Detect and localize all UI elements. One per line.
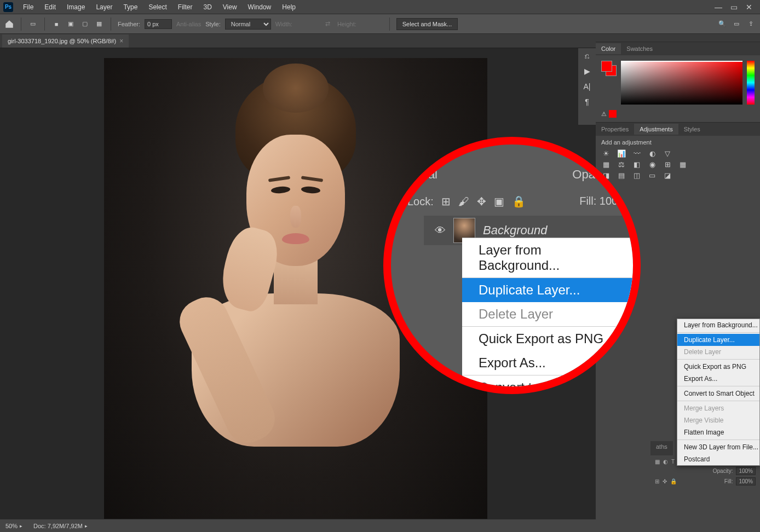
- layer-context-menu-small: Layer from Background... Duplicate Layer…: [677, 319, 760, 466]
- style-label: Style:: [205, 21, 221, 27]
- menu-edit[interactable]: Edit: [39, 1, 61, 13]
- search-icon[interactable]: 🔍: [717, 19, 727, 29]
- paragraph-panel-icon[interactable]: ¶: [578, 94, 596, 109]
- fill-field[interactable]: 100%: [736, 477, 756, 485]
- screen-mode-icon[interactable]: ▭: [732, 19, 741, 29]
- mag-lock-label: Lock:: [407, 195, 434, 208]
- menu-file[interactable]: File: [18, 1, 39, 13]
- lock-icon[interactable]: ✜: [663, 478, 667, 484]
- tab-color[interactable]: Color: [596, 43, 621, 54]
- character-panel-icon[interactable]: A|: [578, 79, 596, 94]
- menu-view[interactable]: View: [217, 1, 243, 13]
- selection-subtract-icon[interactable]: ▢: [80, 19, 90, 29]
- vibrance-icon[interactable]: ▽: [663, 149, 672, 158]
- ctx-export-as[interactable]: Export As...: [677, 373, 759, 385]
- selective-color-icon[interactable]: ◪: [663, 171, 672, 180]
- tab-adjustments[interactable]: Adjustments: [634, 124, 678, 135]
- antialias-checkbox: Anti-alias: [176, 21, 201, 27]
- doc-size[interactable]: Doc: 7,92M/7,92M▸: [33, 523, 88, 529]
- layer-filter-icon[interactable]: ◐: [663, 459, 668, 465]
- layer-filter-icon[interactable]: ▦: [655, 459, 660, 465]
- ctx-postcard[interactable]: Postcard: [677, 453, 759, 465]
- height-label: Height:: [337, 21, 356, 27]
- fill-label: Fill:: [724, 478, 733, 484]
- menu-help[interactable]: Help: [277, 1, 301, 13]
- tutorial-highlight-circle: ormal Opacity: Lock: ⊞ 🖌 ✥ ▣ 🔒 Fill: 100…: [383, 137, 641, 394]
- marquee-tool-icon[interactable]: ▭: [28, 19, 38, 29]
- actions-panel-icon[interactable]: ▶: [578, 63, 596, 79]
- mag-fill-label: Fill:: [579, 195, 596, 207]
- feather-input[interactable]: [145, 19, 172, 29]
- lock-move-icon[interactable]: ✥: [477, 195, 486, 208]
- menu-layer[interactable]: Layer: [90, 1, 118, 13]
- ctx-layer-from-background[interactable]: Layer from Background...: [677, 319, 759, 331]
- mag-ctx-duplicate-layer[interactable]: Duplicate Layer...: [462, 278, 633, 302]
- menu-filter[interactable]: Filter: [172, 1, 198, 13]
- selection-intersect-icon[interactable]: ▦: [94, 19, 104, 29]
- ctx-new-3d-layer[interactable]: New 3D Layer from File...: [677, 441, 759, 453]
- home-icon[interactable]: [4, 19, 14, 29]
- menu-type[interactable]: Type: [118, 1, 143, 13]
- menu-select[interactable]: Select: [143, 1, 172, 13]
- portrait-image: [170, 74, 422, 490]
- window-minimize[interactable]: —: [712, 2, 725, 12]
- visibility-eye-icon[interactable]: 👁: [435, 224, 446, 237]
- balance-icon[interactable]: ⚖: [617, 160, 626, 169]
- opacity-field[interactable]: 100%: [736, 467, 756, 475]
- hue-icon[interactable]: ▦: [601, 160, 611, 169]
- lock-pixels-icon[interactable]: ⊞: [441, 195, 451, 208]
- ctx-convert-smart-object[interactable]: Convert to Smart Object: [677, 388, 759, 400]
- fg-bg-swatch[interactable]: [601, 61, 617, 76]
- posterize-icon[interactable]: ▤: [617, 171, 626, 180]
- threshold-icon[interactable]: ◫: [632, 171, 642, 180]
- lock-icon[interactable]: 🔒: [670, 478, 677, 484]
- brightness-icon[interactable]: ☀: [601, 149, 611, 158]
- curves-icon[interactable]: 〰: [632, 149, 642, 158]
- channel-mixer-icon[interactable]: ⊞: [663, 160, 672, 169]
- menu-3d[interactable]: 3D: [198, 1, 217, 13]
- history-panel-icon[interactable]: ⎌: [578, 48, 596, 63]
- window-close[interactable]: ✕: [742, 2, 756, 12]
- tab-swatches[interactable]: Swatches: [621, 43, 658, 54]
- window-restore[interactable]: ▭: [727, 2, 740, 12]
- zoom-level[interactable]: 50%▸: [5, 523, 22, 529]
- app-logo: Ps: [3, 2, 13, 12]
- tab-properties[interactable]: Properties: [596, 124, 634, 135]
- tab-styles[interactable]: Styles: [678, 124, 706, 135]
- hue-slider[interactable]: [747, 61, 755, 105]
- lock-all-icon[interactable]: 🔒: [512, 195, 526, 208]
- lock-brush-icon[interactable]: 🖌: [458, 195, 469, 208]
- selection-add-icon[interactable]: ▣: [66, 19, 76, 29]
- lock-icon[interactable]: ⊞: [655, 478, 659, 484]
- lock-artboard-icon[interactable]: ▣: [494, 195, 504, 208]
- color-picker-field[interactable]: [621, 61, 742, 105]
- ctx-flatten-image[interactable]: Flatten Image: [677, 426, 759, 438]
- menu-image[interactable]: Image: [61, 1, 90, 13]
- levels-icon[interactable]: 📊: [617, 149, 626, 158]
- close-tab-icon[interactable]: ×: [119, 37, 123, 45]
- style-select[interactable]: Normal: [225, 19, 271, 30]
- document-tab-label: girl-3033718_1920.jpg @ 50% (RGB/8#): [8, 38, 116, 44]
- photo-filter-icon[interactable]: ◉: [647, 160, 657, 169]
- select-and-mask-button[interactable]: Select and Mask...: [396, 18, 458, 30]
- mag-layer-name[interactable]: Background: [483, 223, 547, 238]
- mag-ctx-layer-from-bg[interactable]: Layer from Background...: [462, 238, 633, 277]
- bw-icon[interactable]: ◧: [632, 160, 642, 169]
- ctx-duplicate-layer[interactable]: Duplicate Layer...: [677, 334, 759, 346]
- share-icon[interactable]: ⇪: [746, 19, 756, 29]
- mag-ctx-delete-layer: Delete Layer: [462, 302, 633, 326]
- status-bar: 50%▸ Doc: 7,92M/7,92M▸: [0, 519, 596, 532]
- document-tab[interactable]: girl-3033718_1920.jpg @ 50% (RGB/8#) ×: [2, 34, 129, 48]
- selection-new-icon[interactable]: ■: [51, 19, 61, 29]
- mag-ctx-export-png[interactable]: Quick Export as PNG: [462, 327, 633, 351]
- ctx-quick-export-png[interactable]: Quick Export as PNG: [677, 361, 759, 373]
- menu-window[interactable]: Window: [243, 1, 277, 13]
- color-lookup-icon[interactable]: ▦: [678, 160, 688, 169]
- opacity-label: Opacity:: [713, 468, 733, 474]
- gradient-map-icon[interactable]: ▭: [647, 171, 657, 180]
- layer-filter-icon[interactable]: T: [671, 459, 675, 465]
- exposure-icon[interactable]: ◐: [647, 149, 657, 158]
- tab-paths-partial[interactable]: aths: [650, 441, 673, 455]
- width-label: Width:: [275, 21, 292, 27]
- foreground-color-swatch[interactable]: [601, 61, 612, 72]
